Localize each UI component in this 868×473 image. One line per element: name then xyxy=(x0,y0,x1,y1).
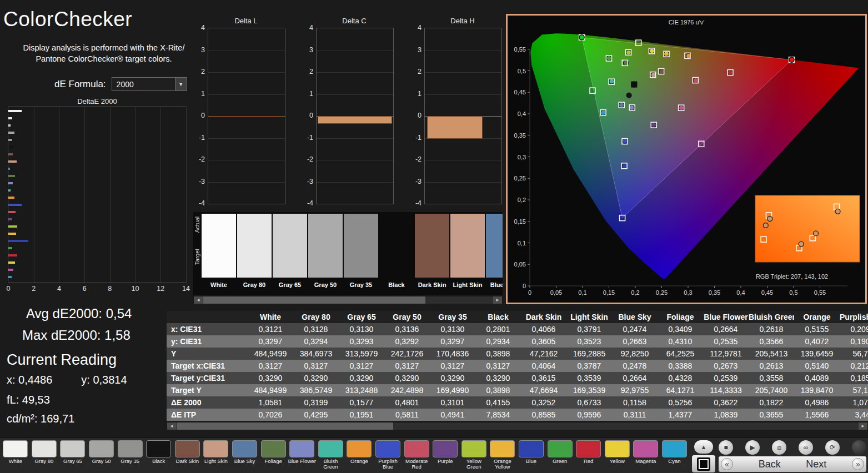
table-cell: 0,2801 xyxy=(475,323,521,335)
patch-button-gray-65[interactable]: Gray 65 xyxy=(58,439,87,472)
patch-button-blue-sky[interactable]: Blue Sky xyxy=(230,439,259,472)
table-cell: 0,3297 xyxy=(248,335,293,348)
table-cell: 0,3252 xyxy=(521,396,566,409)
axis-tick-label: 1 xyxy=(304,90,313,98)
column-header: Blue Sky xyxy=(612,311,658,323)
axis-tick-label: 3 xyxy=(195,46,205,54)
scroll-left-icon[interactable]: ◄ xyxy=(167,422,176,430)
patch-button-purplish-blue[interactable]: Purplish Blue xyxy=(374,439,403,472)
patch-button-yellow-green[interactable]: Yellow Green xyxy=(460,439,489,472)
table-cell: 0,2673 xyxy=(703,360,749,372)
table-cell: 0,1900 xyxy=(840,335,868,348)
patch-button-orange-yellow[interactable]: Orange Yellow xyxy=(488,439,517,472)
gridline xyxy=(317,72,393,73)
next-button[interactable]: Next xyxy=(806,459,826,470)
patch-label: Cyan xyxy=(668,459,680,464)
table-cell: 0,4801 xyxy=(384,396,430,409)
patch-button-purple[interactable]: Purple xyxy=(431,439,460,472)
gridline xyxy=(425,182,501,183)
table-cell: 0,2664 xyxy=(612,372,658,384)
current-x: x: 0,4486 xyxy=(7,374,52,386)
chart-plot xyxy=(424,28,502,204)
table-scrollbar[interactable]: ◄ ► xyxy=(167,422,868,430)
patch-button-green[interactable]: Green xyxy=(545,439,574,472)
table-scrollbar-thumb[interactable] xyxy=(177,422,393,430)
table-cell: 0,3101 xyxy=(430,396,475,409)
patch-button-white[interactable]: White xyxy=(1,439,30,472)
chevron-down-icon[interactable]: ▼ xyxy=(175,78,187,90)
capture-button[interactable]: ⧈ xyxy=(772,440,786,455)
patch-button-blue-flower[interactable]: Blue Flower xyxy=(288,439,317,472)
table-cell: 0,3787 xyxy=(566,360,612,372)
strip-row-labels: ActualTarget xyxy=(193,212,201,280)
svg-text:0: 0 xyxy=(528,289,531,296)
patch-label: Red xyxy=(584,459,593,464)
back-arrow-icon[interactable]: « xyxy=(721,458,733,470)
patch-button-yellow[interactable]: Yellow xyxy=(603,439,631,472)
table-cell: 0,1577 xyxy=(339,396,384,409)
table-cell: 0,3121 xyxy=(248,323,293,335)
patch-button-magenta[interactable]: Magenta xyxy=(631,439,660,472)
patch-button-gray-50[interactable]: Gray 50 xyxy=(87,439,116,472)
table-cell: 0,3136 xyxy=(384,323,430,335)
deltae-bar-gray-35 xyxy=(8,139,12,141)
deltae-x-axis: 02468101214 xyxy=(8,285,187,294)
patch-buttons: WhiteGray 80Gray 65Gray 50Gray 35BlackDa… xyxy=(1,439,689,472)
current-y: y: 0,3814 xyxy=(81,374,127,386)
strip-scrollbar[interactable]: ◄ ► xyxy=(193,296,503,304)
patch-button-blue[interactable]: Blue xyxy=(517,439,546,472)
strip-scrollbar-thumb[interactable] xyxy=(203,296,425,304)
de-formula-value: 2000 xyxy=(117,80,134,89)
back-button[interactable]: Back xyxy=(759,459,781,470)
axis-tick-label: 1 xyxy=(412,90,422,98)
patch-button-black[interactable]: Black xyxy=(144,439,173,472)
patch-label: Dark Skin xyxy=(176,459,199,464)
svg-text:0,15: 0,15 xyxy=(514,218,526,225)
scroll-left-icon[interactable]: ◄ xyxy=(194,296,203,304)
patch-label: Moderate Red xyxy=(402,459,431,470)
axis-tick-label: -3 xyxy=(412,178,422,185)
loop-button[interactable]: ∞ xyxy=(799,440,813,455)
patch-button-dark-skin[interactable]: Dark Skin xyxy=(173,439,202,472)
scroll-right-icon[interactable]: ► xyxy=(859,422,867,430)
axis-tick-label: 2 xyxy=(195,68,205,76)
column-header: Purplish Blue xyxy=(840,311,868,323)
chart-plot xyxy=(316,28,394,204)
patch-button-red[interactable]: Red xyxy=(574,439,603,472)
color-swatch xyxy=(289,440,314,457)
patch-button-orange[interactable]: Orange xyxy=(345,439,374,472)
patch-button-gray-35[interactable]: Gray 35 xyxy=(116,439,144,472)
patch-label: Gray 50 xyxy=(92,459,111,464)
gridline xyxy=(186,107,187,283)
table-cell: 0,4328 xyxy=(658,372,703,384)
record-indicator[interactable] xyxy=(852,440,866,455)
deltae-bar-red xyxy=(8,254,17,256)
patch-button-light-skin[interactable]: Light Skin xyxy=(202,439,230,472)
next-arrow-icon[interactable]: » xyxy=(852,458,864,470)
patch-button-bluish-green[interactable]: Bluish Green xyxy=(317,439,345,472)
scroll-right-icon[interactable]: ► xyxy=(493,296,502,304)
patch-button-gray-80[interactable]: Gray 80 xyxy=(30,439,59,472)
table-cell: 0,1158 xyxy=(612,396,658,409)
play-button[interactable]: ▶ xyxy=(745,440,760,455)
patch-button-cyan[interactable]: Cyan xyxy=(660,439,689,472)
axis-tick-label: -4 xyxy=(195,199,205,207)
table-row: y: CIE310,32970,32940,32930,32920,32970,… xyxy=(167,335,868,348)
column-header: Foliage xyxy=(658,311,703,323)
description-line2: Pantone ColorChecker® target colors. xyxy=(11,53,197,64)
patch-label: Blue Sky xyxy=(234,459,255,464)
table-cell: 0,3292 xyxy=(384,335,430,348)
deltae-bar-green xyxy=(8,247,12,249)
display-mode-button[interactable] xyxy=(692,455,715,472)
patch-button-foliage[interactable]: Foliage xyxy=(259,439,288,472)
de-formula-select[interactable]: 2000 ▼ xyxy=(112,77,187,91)
table-row: Target Y484,9499386,5749313,2488242,4898… xyxy=(167,384,868,396)
collapse-button[interactable]: ▲ xyxy=(694,440,713,454)
axis-tick-label: 3 xyxy=(304,46,313,54)
stop-button[interactable]: ■ xyxy=(719,440,733,455)
svg-text:0,2: 0,2 xyxy=(518,197,526,203)
row-label: Target Y xyxy=(167,384,248,396)
patch-button-moderate-red[interactable]: Moderate Red xyxy=(402,439,431,472)
table-cell: 0,2663 xyxy=(612,335,658,348)
refresh-button[interactable]: ⟳ xyxy=(825,440,840,455)
